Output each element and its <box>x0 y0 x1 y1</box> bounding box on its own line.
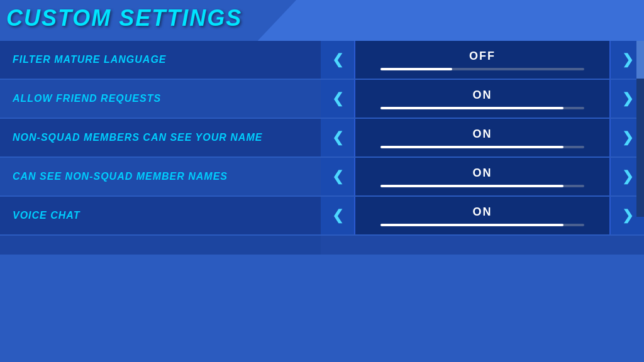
value-text-filter-mature-language: OFF <box>469 50 496 63</box>
chevron-left-icon: ❮ <box>332 52 343 68</box>
page-title: CUSTOM SETTINGS <box>6 5 242 31</box>
partial-row <box>0 236 644 255</box>
value-display-non-squad-see-name: ON <box>355 119 609 156</box>
progress-fill-voice-chat <box>380 224 564 226</box>
setting-label-area-allow-friend-requests: ALLOW FRIEND REQUESTS <box>0 80 321 118</box>
chevron-left-icon: ❮ <box>332 168 343 185</box>
arrow-left-voice-chat[interactable]: ❮ <box>321 197 355 234</box>
setting-row-allow-friend-requests: ALLOW FRIEND REQUESTS ❮ ON ❯ <box>0 80 644 118</box>
control-area-filter-mature-language: ❮ OFF ❯ <box>321 41 644 79</box>
value-display-allow-friend-requests: ON <box>355 80 609 118</box>
partial-label <box>0 236 321 255</box>
arrow-left-allow-friend-requests[interactable]: ❮ <box>321 80 355 118</box>
control-area-can-see-non-squad-names: ❮ ON ❯ <box>321 158 644 195</box>
progress-bar-allow-friend-requests <box>380 107 584 109</box>
chevron-right-icon: ❯ <box>622 129 633 146</box>
setting-row-non-squad-see-name: NON-SQUAD MEMBERS CAN SEE YOUR NAME ❮ ON… <box>0 119 644 156</box>
progress-fill-non-squad-see-name <box>380 146 564 148</box>
value-text-non-squad-see-name: ON <box>473 128 492 141</box>
progress-bar-filter-mature-language <box>380 68 584 70</box>
setting-label-can-see-non-squad-names: CAN SEE NON-SQUAD MEMBER NAMES <box>13 171 228 182</box>
progress-fill-can-see-non-squad-names <box>380 185 564 187</box>
progress-fill-allow-friend-requests <box>380 107 564 109</box>
arrow-left-non-squad-see-name[interactable]: ❮ <box>321 119 355 156</box>
setting-row-filter-mature-language: FILTER MATURE LANGUAGE ❮ OFF ❯ <box>0 41 644 79</box>
scrollbar-thumb[interactable] <box>636 41 644 79</box>
setting-label-area-can-see-non-squad-names: CAN SEE NON-SQUAD MEMBER NAMES <box>0 158 321 195</box>
value-text-voice-chat: ON <box>473 206 492 219</box>
progress-bar-voice-chat <box>380 224 584 226</box>
arrow-left-filter-mature-language[interactable]: ❮ <box>321 41 355 79</box>
chevron-right-icon: ❯ <box>622 207 633 224</box>
scrollbar[interactable] <box>636 41 644 217</box>
setting-label-allow-friend-requests: ALLOW FRIEND REQUESTS <box>13 93 161 104</box>
settings-list: FILTER MATURE LANGUAGE ❮ OFF ❯ ALLOW FRI <box>0 41 644 255</box>
chevron-left-icon: ❮ <box>332 129 343 146</box>
chevron-left-icon: ❮ <box>332 90 343 107</box>
setting-label-area-filter-mature-language: FILTER MATURE LANGUAGE <box>0 41 321 79</box>
chevron-right-icon: ❯ <box>622 168 633 185</box>
arrow-left-can-see-non-squad-names[interactable]: ❮ <box>321 158 355 195</box>
value-display-filter-mature-language: OFF <box>355 41 609 79</box>
control-area-voice-chat: ❮ ON ❯ <box>321 197 644 234</box>
header-bg <box>258 0 644 41</box>
value-display-voice-chat: ON <box>355 197 609 234</box>
setting-label-filter-mature-language: FILTER MATURE LANGUAGE <box>13 54 167 65</box>
setting-label-area-non-squad-see-name: NON-SQUAD MEMBERS CAN SEE YOUR NAME <box>0 119 321 156</box>
setting-row-can-see-non-squad-names: CAN SEE NON-SQUAD MEMBER NAMES ❮ ON ❯ <box>0 158 644 195</box>
partial-control <box>321 236 644 255</box>
progress-bar-can-see-non-squad-names <box>380 185 584 187</box>
progress-fill-filter-mature-language <box>380 68 452 70</box>
control-area-non-squad-see-name: ❮ ON ❯ <box>321 119 644 156</box>
setting-label-non-squad-see-name: NON-SQUAD MEMBERS CAN SEE YOUR NAME <box>13 132 262 143</box>
value-display-can-see-non-squad-names: ON <box>355 158 609 195</box>
value-text-allow-friend-requests: ON <box>473 89 492 102</box>
setting-label-voice-chat: VOICE CHAT <box>13 210 80 221</box>
chevron-right-icon: ❯ <box>622 52 633 68</box>
chevron-left-icon: ❮ <box>332 207 343 224</box>
setting-label-area-voice-chat: VOICE CHAT <box>0 197 321 234</box>
progress-bar-non-squad-see-name <box>380 146 584 148</box>
control-area-allow-friend-requests: ❮ ON ❯ <box>321 80 644 118</box>
setting-row-voice-chat: VOICE CHAT ❮ ON ❯ <box>0 197 644 234</box>
chevron-right-icon: ❯ <box>622 90 633 107</box>
value-text-can-see-non-squad-names: ON <box>473 167 492 180</box>
